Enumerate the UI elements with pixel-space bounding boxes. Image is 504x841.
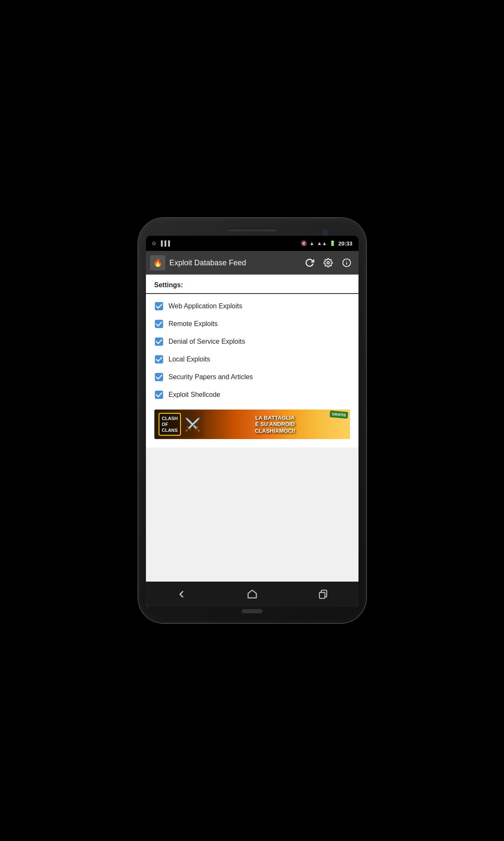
signal-icon: ▲▲: [317, 240, 327, 246]
checkbox-shellcode[interactable]: Exploit Shellcode: [146, 386, 358, 404]
checkbox-web-app-exploits[interactable]: Web Application Exploits: [146, 297, 358, 315]
app-bar: 🔥 Exploit Database Feed: [146, 251, 358, 275]
signal-bars-icon: ▐▐▐: [159, 240, 170, 246]
ad-banner[interactable]: CLASHOFCLANS ⚔️ LA BATTAGLIAÈ SU ANDROID…: [154, 410, 350, 439]
ad-game-logo: CLASHOFCLANS: [159, 413, 181, 436]
status-time: 20:33: [338, 240, 352, 247]
back-button[interactable]: [171, 586, 192, 603]
whatsapp-icon: ⊙: [152, 240, 156, 246]
shellcode-label: Exploit Shellcode: [169, 391, 221, 399]
phone-screen: ⊙ ▐▐▐ 🔇 ▲ ▲▲ 🔋 20:33 🔥 Exploit Database …: [146, 236, 358, 607]
security-papers-label: Security Papers and Articles: [169, 373, 253, 381]
ad-text: LA BATTAGLIAÈ SU ANDROIDCLASHIAMOCI!: [208, 415, 342, 434]
info-button[interactable]: [339, 255, 354, 270]
svg-rect-10: [319, 593, 325, 598]
local-exploits-label: Local Exploits: [169, 356, 210, 363]
ad-game-name: CLASHOFCLANS: [162, 416, 178, 433]
dos-exploits-checkbox-icon[interactable]: [154, 337, 164, 346]
settings-button[interactable]: [321, 255, 336, 270]
checkbox-local-exploits[interactable]: Local Exploits: [146, 350, 358, 368]
refresh-button[interactable]: [302, 255, 317, 270]
settings-panel: Settings: Web Application Exploits: [146, 275, 358, 447]
app-logo: 🔥: [150, 255, 165, 270]
checkbox-list: Web Application Exploits Remote Exploits: [146, 294, 358, 407]
status-bar: ⊙ ▐▐▐ 🔇 ▲ ▲▲ 🔋 20:33: [146, 236, 358, 251]
recents-button[interactable]: [313, 586, 334, 603]
mute-icon: 🔇: [301, 240, 307, 246]
home-button[interactable]: [242, 586, 263, 603]
settings-header: Settings:: [146, 275, 358, 294]
app-title: Exploit Database Feed: [170, 259, 298, 267]
web-app-exploits-checkbox-icon[interactable]: [154, 302, 164, 311]
battery-icon: 🔋: [329, 240, 336, 246]
phone-camera: [322, 230, 328, 236]
phone-speaker: [227, 228, 278, 232]
status-right-icons: 🔇 ▲ ▲▲ 🔋 20:33: [301, 240, 353, 247]
security-papers-checkbox-icon[interactable]: [154, 372, 164, 382]
shellcode-checkbox-icon[interactable]: [154, 390, 164, 399]
dos-exploits-label: Denial of Service Exploits: [169, 338, 245, 345]
checkbox-security-papers[interactable]: Security Papers and Articles: [146, 368, 358, 386]
ad-character: ⚔️: [181, 412, 204, 437]
logo-icon: 🔥: [153, 258, 162, 267]
remote-exploits-label: Remote Exploits: [169, 320, 218, 328]
content-area: Settings: Web Application Exploits: [146, 275, 358, 582]
ad-banner-content: CLASHOFCLANS ⚔️ LA BATTAGLIAÈ SU ANDROID…: [154, 410, 350, 439]
local-exploits-checkbox-icon[interactable]: [154, 355, 164, 364]
remote-exploits-checkbox-icon[interactable]: [154, 319, 164, 329]
checkbox-dos-exploits[interactable]: Denial of Service Exploits: [146, 333, 358, 350]
svg-point-0: [327, 261, 329, 264]
wifi-icon: ▲: [310, 240, 315, 246]
physical-home-button: [242, 609, 263, 613]
phone-bottom: [146, 607, 358, 615]
web-app-exploits-label: Web Application Exploits: [169, 302, 243, 310]
checkbox-remote-exploits[interactable]: Remote Exploits: [146, 315, 358, 333]
app-bar-actions: [302, 255, 354, 270]
bottom-nav: [146, 582, 358, 607]
phone-device: ⊙ ▐▐▐ 🔇 ▲ ▲▲ 🔋 20:33 🔥 Exploit Database …: [138, 218, 366, 623]
status-left-icons: ⊙ ▐▐▐: [152, 240, 170, 246]
